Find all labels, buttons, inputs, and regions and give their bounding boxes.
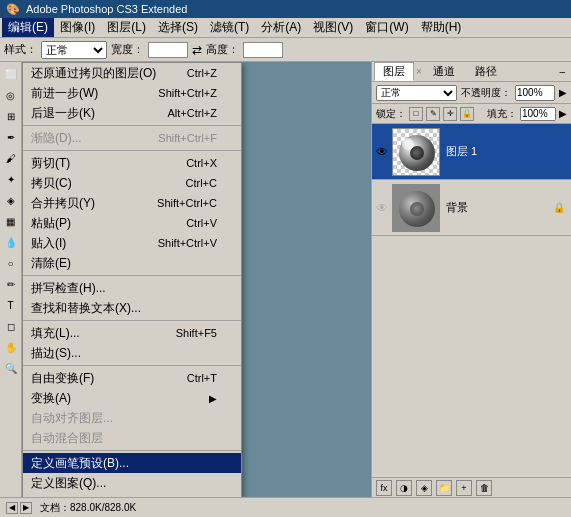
fade-label: 渐隐(D)... (31, 130, 82, 147)
menu-stroke[interactable]: 描边(S)... (23, 343, 241, 363)
edit-dropdown-menu: 还原通过拷贝的图层(O) Ctrl+Z 前进一步(W) Shift+Ctrl+Z… (22, 62, 242, 497)
layer-row[interactable]: 👁 背景 🔒 (372, 180, 571, 236)
thumb-bg-hole (410, 202, 424, 216)
eyedropper-tool[interactable]: ✒ (1, 127, 21, 147)
opacity-arrow[interactable]: ▶ (559, 87, 567, 98)
fill-arrow[interactable]: ▶ (559, 108, 567, 119)
menu-auto-align[interactable]: 自动对齐图层... (23, 408, 241, 428)
layer-visibility-toggle[interactable]: 👁 (374, 144, 390, 160)
gradient-tool[interactable]: ▦ (1, 211, 21, 231)
sep6 (23, 450, 241, 451)
new-fill-button[interactable]: ◈ (416, 480, 432, 496)
delete-layer-button[interactable]: 🗑 (476, 480, 492, 496)
height-label: 高度： (206, 42, 239, 57)
menu-fill[interactable]: 填充(L)... Shift+F5 (23, 323, 241, 343)
new-group-button[interactable]: 📁 (436, 480, 452, 496)
opacity-input[interactable] (515, 85, 555, 101)
menu-spellcheck[interactable]: 拼写检查(H)... (23, 278, 241, 298)
undo-shortcut: Ctrl+Z (167, 67, 217, 79)
panel-tabs: 图层 × 通道 路径 – (372, 62, 571, 82)
height-input[interactable] (243, 42, 283, 58)
brush-tool[interactable]: 🖌 (1, 148, 21, 168)
stroke-label: 描边(S)... (31, 345, 81, 362)
zoom-tool[interactable]: 🔍 (1, 358, 21, 378)
style-select[interactable]: 正常 固定比例 固定大小 (41, 41, 107, 59)
menu-item-filter[interactable]: 滤镜(T) (204, 18, 255, 37)
fill-input[interactable] (520, 107, 556, 121)
free-transform-label: 自由变换(F) (31, 370, 94, 387)
menu-paste-into[interactable]: 贴入(I) Shift+Ctrl+V (23, 233, 241, 253)
menu-transform[interactable]: 变换(A) ▶ (23, 388, 241, 408)
lock-transparency-button[interactable]: □ (409, 107, 423, 121)
step-forward-label: 前进一步(W) (31, 85, 98, 102)
hand-tool[interactable]: ✋ (1, 337, 21, 357)
eraser-tool[interactable]: ◈ (1, 190, 21, 210)
menu-copy-merged[interactable]: 合并拷贝(Y) Shift+Ctrl+C (23, 193, 241, 213)
path-tool[interactable]: ✏ (1, 274, 21, 294)
stamp-tool[interactable]: ✦ (1, 169, 21, 189)
add-mask-button[interactable]: ◑ (396, 480, 412, 496)
menu-undo[interactable]: 还原通过拷贝的图层(O) Ctrl+Z (23, 63, 241, 83)
menu-free-transform[interactable]: 自由变换(F) Ctrl+T (23, 368, 241, 388)
define-pattern-label: 定义图案(Q)... (31, 475, 106, 492)
sep5 (23, 365, 241, 366)
nav-prev-button[interactable]: ◀ (6, 502, 18, 514)
menu-copy[interactable]: 拷贝(C) Ctrl+C (23, 173, 241, 193)
tab-channels[interactable]: 通道 (424, 62, 464, 81)
menu-item-select[interactable]: 选择(S) (152, 18, 204, 37)
layer-blend-row: 正常 溶解 变暗 正片叠底 不透明度： ▶ (372, 82, 571, 104)
menu-define-pattern[interactable]: 定义图案(Q)... (23, 473, 241, 493)
status-nav: ◀ ▶ (6, 502, 32, 514)
copy-label: 拷贝(C) (31, 175, 72, 192)
menu-auto-blend[interactable]: 自动混合图层 (23, 428, 241, 448)
menu-define-shape[interactable]: 定义自定形状(J)... (23, 493, 241, 497)
options-bar: 样式： 正常 固定比例 固定大小 宽度： ⇄ 高度： (0, 38, 571, 62)
menu-fade[interactable]: 渐隐(D)... Shift+Ctrl+F (23, 128, 241, 148)
menu-item-analyze[interactable]: 分析(A) (255, 18, 307, 37)
menu-item-layer[interactable]: 图层(L) (101, 18, 152, 37)
new-layer-button[interactable]: + (456, 480, 472, 496)
layer-lock-row: 锁定： □ ✎ ✛ 🔒 填充： ▶ (372, 104, 571, 124)
opacity-label: 不透明度： (461, 86, 511, 100)
tab-paths[interactable]: 路径 (466, 62, 506, 81)
shape-tool[interactable]: ◻ (1, 316, 21, 336)
status-info: 文档：828.0K/828.0K (40, 501, 136, 515)
transform-arrow: ▶ (209, 393, 217, 404)
menu-clear[interactable]: 清除(E) (23, 253, 241, 273)
lock-all-button[interactable]: 🔒 (460, 107, 474, 121)
layer-style-button[interactable]: fx (376, 480, 392, 496)
menu-item-view[interactable]: 视图(V) (307, 18, 359, 37)
menu-paste[interactable]: 粘贴(P) Ctrl+V (23, 213, 241, 233)
dodge-tool[interactable]: ○ (1, 253, 21, 273)
menu-item-image[interactable]: 图像(I) (54, 18, 101, 37)
blur-tool[interactable]: 💧 (1, 232, 21, 252)
nav-next-button[interactable]: ▶ (20, 502, 32, 514)
tab-sep1: × (416, 66, 422, 77)
menu-step-forward[interactable]: 前进一步(W) Shift+Ctrl+Z (23, 83, 241, 103)
menu-item-help[interactable]: 帮助(H) (415, 18, 468, 37)
menu-item-edit[interactable]: 编辑(E) (2, 18, 54, 37)
width-label: 宽度： (111, 42, 144, 57)
panel-close-button[interactable]: – (555, 66, 569, 77)
marquee-tool[interactable]: ⬜ (1, 64, 21, 84)
sep3 (23, 275, 241, 276)
text-tool[interactable]: T (1, 295, 21, 315)
layer-toolbar: fx ◑ ◈ 📁 + 🗑 (372, 477, 571, 497)
crop-tool[interactable]: ⊞ (1, 106, 21, 126)
lasso-tool[interactable]: ◎ (1, 85, 21, 105)
menu-cut[interactable]: 剪切(T) Ctrl+X (23, 153, 241, 173)
menu-step-backward[interactable]: 后退一步(K) Alt+Ctrl+Z (23, 103, 241, 123)
layer-visibility-toggle[interactable]: 👁 (374, 200, 390, 216)
menu-item-window[interactable]: 窗口(W) (359, 18, 414, 37)
menu-define-brush[interactable]: 定义画笔预设(B)... (23, 453, 241, 473)
tab-layers[interactable]: 图层 (374, 62, 414, 81)
layer-row[interactable]: 👁 图层 1 (372, 124, 571, 180)
lock-paint-button[interactable]: ✎ (426, 107, 440, 121)
swap-icon[interactable]: ⇄ (192, 43, 202, 57)
lock-move-button[interactable]: ✛ (443, 107, 457, 121)
blend-mode-select[interactable]: 正常 溶解 变暗 正片叠底 (376, 85, 457, 101)
step-backward-label: 后退一步(K) (31, 105, 95, 122)
width-input[interactable] (148, 42, 188, 58)
menu-find-replace[interactable]: 查找和替换文本(X)... (23, 298, 241, 318)
main-area: ⬜ ◎ ⊞ ✒ 🖌 ✦ ◈ ▦ 💧 ○ ✏ T ◻ ✋ 🔍 还原通过拷贝的图层(… (0, 62, 571, 497)
